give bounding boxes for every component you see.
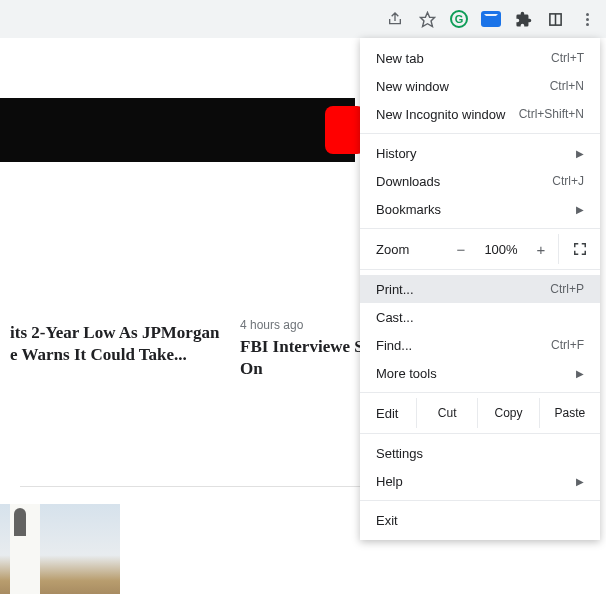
menu-shortcut: Ctrl+N — [550, 79, 584, 93]
chrome-main-menu: New tabCtrl+T New windowCtrl+N New Incog… — [360, 38, 600, 540]
menu-label: Cast... — [376, 310, 414, 325]
svg-marker-0 — [420, 12, 434, 26]
chevron-right-icon: ▶ — [576, 476, 584, 487]
extensions-puzzle-icon[interactable] — [512, 8, 534, 30]
zoom-out-button[interactable]: − — [444, 241, 478, 258]
menu-incognito[interactable]: New Incognito windowCtrl+Shift+N — [360, 100, 600, 128]
article-thumbnail[interactable] — [0, 504, 120, 594]
menu-shortcut: Ctrl+F — [551, 338, 584, 352]
menu-separator — [360, 228, 600, 229]
menu-label: Bookmarks — [376, 202, 441, 217]
menu-edit-row: Edit Cut Copy Paste — [360, 398, 600, 428]
menu-shortcut: Ctrl+P — [550, 282, 584, 296]
grammarly-extension-icon[interactable]: G — [448, 8, 470, 30]
share-icon[interactable] — [384, 8, 406, 30]
zoom-in-button[interactable]: + — [524, 241, 558, 258]
reading-list-icon[interactable] — [544, 8, 566, 30]
menu-label: New Incognito window — [376, 107, 505, 122]
menu-new-tab[interactable]: New tabCtrl+T — [360, 44, 600, 72]
chevron-right-icon: ▶ — [576, 148, 584, 159]
menu-separator — [360, 433, 600, 434]
paste-button[interactable]: Paste — [539, 398, 600, 428]
menu-label: More tools — [376, 366, 437, 381]
menu-separator — [360, 500, 600, 501]
menu-separator — [360, 133, 600, 134]
menu-label: History — [376, 146, 416, 161]
menu-label: Find... — [376, 338, 412, 353]
chevron-right-icon: ▶ — [576, 368, 584, 379]
menu-label: Downloads — [376, 174, 440, 189]
menu-history[interactable]: History▶ — [360, 139, 600, 167]
menu-separator — [360, 392, 600, 393]
chevron-right-icon: ▶ — [576, 204, 584, 215]
menu-shortcut: Ctrl+Shift+N — [519, 107, 584, 121]
menu-help[interactable]: Help▶ — [360, 467, 600, 495]
menu-downloads[interactable]: DownloadsCtrl+J — [360, 167, 600, 195]
cut-button[interactable]: Cut — [416, 398, 477, 428]
menu-label: Help — [376, 474, 403, 489]
menu-label: Exit — [376, 513, 398, 528]
menu-label: New window — [376, 79, 449, 94]
menu-cast[interactable]: Cast... — [360, 303, 600, 331]
zoom-value: 100% — [478, 242, 524, 257]
menu-label: Settings — [376, 446, 423, 461]
mail-extension-icon[interactable] — [480, 8, 502, 30]
menu-separator — [360, 269, 600, 270]
menu-new-window[interactable]: New windowCtrl+N — [360, 72, 600, 100]
chrome-menu-button[interactable] — [576, 8, 598, 30]
menu-more-tools[interactable]: More tools▶ — [360, 359, 600, 387]
menu-find[interactable]: Find...Ctrl+F — [360, 331, 600, 359]
menu-label: Print... — [376, 282, 414, 297]
headline-card[interactable]: its 2-Year Low As JPMorgan e Warns It Co… — [0, 318, 230, 380]
menu-label: New tab — [376, 51, 424, 66]
zoom-label: Zoom — [376, 242, 444, 257]
copy-button[interactable]: Copy — [477, 398, 538, 428]
edit-label: Edit — [376, 406, 416, 421]
bookmark-star-icon[interactable] — [416, 8, 438, 30]
browser-toolbar: G — [0, 0, 606, 38]
menu-shortcut: Ctrl+T — [551, 51, 584, 65]
menu-settings[interactable]: Settings — [360, 439, 600, 467]
menu-exit[interactable]: Exit — [360, 506, 600, 534]
menu-bookmarks[interactable]: Bookmarks▶ — [360, 195, 600, 223]
fullscreen-button[interactable] — [558, 234, 600, 264]
site-header-bar — [0, 98, 355, 162]
menu-print[interactable]: Print...Ctrl+P — [360, 275, 600, 303]
headline-title: its 2-Year Low As JPMorgan e Warns It Co… — [10, 322, 220, 366]
menu-zoom-row: Zoom − 100% + — [360, 234, 600, 264]
menu-shortcut: Ctrl+J — [552, 174, 584, 188]
